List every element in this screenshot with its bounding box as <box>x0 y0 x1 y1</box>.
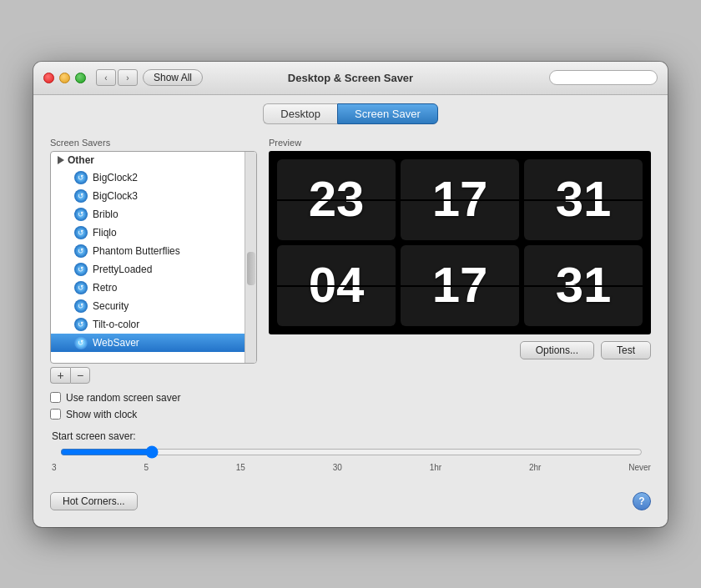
slider-section: Start screen saver: 3 5 15 30 1hr 2hr Ne… <box>52 430 651 472</box>
preview-area: Preview 23 17 31 <box>269 138 651 384</box>
item-icon-phantom: ↺ <box>74 244 88 258</box>
content-area: Screen Savers Other ↺ BigClock2 <box>33 129 668 527</box>
sidebar-label: Screen Savers <box>50 138 257 148</box>
preview-screen: 23 17 31 04 17 <box>269 151 651 334</box>
flip-tile-r2c2: 17 <box>401 245 519 326</box>
triangle-icon <box>58 156 64 164</box>
footer-row: Hot Corners... ? <box>50 492 651 510</box>
checkbox-random[interactable]: Use random screen saver <box>50 392 651 404</box>
sidebar: Screen Savers Other ↺ BigClock2 <box>50 138 257 384</box>
list-item-tilt[interactable]: ↺ Tilt-o-color <box>51 315 256 334</box>
title-bar: ‹ › Show All Desktop & Screen Saver 🔍 <box>33 62 668 95</box>
preview-controls: Options... Test <box>269 341 651 359</box>
tab-desktop[interactable]: Desktop <box>263 103 337 124</box>
item-label-security: Security <box>93 300 129 312</box>
slider-marks: 3 5 15 30 1hr 2hr Never <box>52 463 651 472</box>
window-title: Desktop & Screen Saver <box>288 72 413 84</box>
scrollbar[interactable] <box>245 152 256 363</box>
checkboxes: Use random screen saver Show with clock <box>50 392 651 420</box>
list-item-briblo[interactable]: ↺ Briblo <box>51 205 256 224</box>
item-icon-bigclock3: ↺ <box>74 189 88 203</box>
group-header[interactable]: Other <box>51 152 256 168</box>
add-button[interactable]: + <box>50 367 70 384</box>
slider-label: Start screen saver: <box>52 430 651 442</box>
main-content: Screen Savers Other ↺ BigClock2 <box>50 138 651 384</box>
item-icon-briblo: ↺ <box>74 208 88 221</box>
item-icon-security: ↺ <box>74 299 88 313</box>
list-item-prettyloaded[interactable]: ↺ PrettyLoaded <box>51 260 256 279</box>
remove-button[interactable]: − <box>70 367 90 384</box>
item-icon-tilt: ↺ <box>74 318 88 331</box>
item-icon-websaver: ↺ <box>74 336 88 349</box>
item-label-phantom: Phantom Butterflies <box>93 245 180 257</box>
mark-30: 30 <box>333 463 342 472</box>
checkbox-clock-label: Show with clock <box>66 409 137 420</box>
checkbox-clock-input[interactable] <box>50 409 61 420</box>
list-item-websaver[interactable]: ↺ WebSaver <box>51 334 256 352</box>
flip-clock: 23 17 31 04 17 <box>269 151 651 334</box>
traffic-lights <box>43 73 86 83</box>
close-button[interactable] <box>43 73 54 83</box>
flip-tile-r1c3: 31 <box>524 159 643 240</box>
search-container: 🔍 <box>549 70 658 85</box>
forward-button[interactable]: › <box>118 69 138 86</box>
item-icon-retro: ↺ <box>74 281 88 294</box>
screen-saver-slider[interactable] <box>60 445 643 459</box>
maximize-button[interactable] <box>75 73 86 83</box>
flip-number-r2c3: 31 <box>556 260 612 310</box>
checkbox-random-input[interactable] <box>50 392 61 403</box>
mark-15: 15 <box>236 463 245 472</box>
flip-tile-r1c2: 17 <box>401 159 519 240</box>
mark-5: 5 <box>144 463 149 472</box>
mark-2hr: 2hr <box>529 463 541 472</box>
main-window: ‹ › Show All Desktop & Screen Saver 🔍 De… <box>33 62 668 527</box>
checkbox-random-label: Use random screen saver <box>66 392 180 404</box>
mark-never: Never <box>628 463 651 472</box>
item-icon-prettyloaded: ↺ <box>74 263 88 276</box>
minimize-button[interactable] <box>59 73 70 83</box>
options-button[interactable]: Options... <box>520 341 594 359</box>
flip-number-r1c3: 31 <box>556 174 612 224</box>
list-item-fliqlo[interactable]: ↺ Fliqlo <box>51 224 256 242</box>
item-label-tilt: Tilt-o-color <box>93 319 139 330</box>
list-item-retro[interactable]: ↺ Retro <box>51 279 256 297</box>
list-item-phantom[interactable]: ↺ Phantom Butterflies <box>51 242 256 260</box>
list-scroll: Other ↺ BigClock2 ↺ BigClock3 ↺ <box>51 152 256 363</box>
item-icon-bigclock2: ↺ <box>74 171 88 184</box>
nav-buttons: ‹ › <box>96 69 138 86</box>
item-label-fliqlo: Fliqlo <box>93 227 117 239</box>
tabs-container: Desktop Screen Saver <box>33 95 668 129</box>
preview-label: Preview <box>269 138 651 148</box>
tab-screen-saver[interactable]: Screen Saver <box>337 103 438 124</box>
mark-3: 3 <box>52 463 57 472</box>
list-item-bigclock3[interactable]: ↺ BigClock3 <box>51 187 256 205</box>
list-item-bigclock2[interactable]: ↺ BigClock2 <box>51 168 256 187</box>
test-button[interactable]: Test <box>601 341 651 359</box>
flip-tile-r1c1: 23 <box>277 159 396 240</box>
back-button[interactable]: ‹ <box>96 69 116 86</box>
item-label-briblo: Briblo <box>93 209 119 220</box>
flip-number-r1c1: 23 <box>309 174 365 224</box>
bottom-section: Use random screen saver Show with clock … <box>50 392 651 472</box>
flip-number-r2c1: 04 <box>309 260 365 310</box>
list-item-security[interactable]: ↺ Security <box>51 297 256 315</box>
item-label-retro: Retro <box>93 282 117 294</box>
item-label-bigclock3: BigClock3 <box>93 190 138 202</box>
scrollbar-thumb <box>247 252 255 285</box>
hot-corners-button[interactable]: Hot Corners... <box>50 492 138 510</box>
help-button[interactable]: ? <box>633 492 651 510</box>
flip-tile-r2c3: 31 <box>524 245 643 326</box>
item-label-websaver: WebSaver <box>93 337 139 349</box>
item-icon-fliqlo: ↺ <box>74 226 88 239</box>
checkbox-clock[interactable]: Show with clock <box>50 409 651 420</box>
flip-tile-r2c1: 04 <box>277 245 396 326</box>
show-all-button[interactable]: Show All <box>143 69 203 86</box>
list-container: Other ↺ BigClock2 ↺ BigClock3 ↺ <box>50 151 257 364</box>
item-label-prettyloaded: PrettyLoaded <box>93 264 152 275</box>
mark-1hr: 1hr <box>430 463 441 472</box>
search-input[interactable] <box>549 70 658 85</box>
flip-number-r1c2: 17 <box>432 174 488 224</box>
list-buttons: + − <box>50 367 257 384</box>
group-label: Other <box>68 154 94 166</box>
item-label-bigclock2: BigClock2 <box>93 172 138 183</box>
